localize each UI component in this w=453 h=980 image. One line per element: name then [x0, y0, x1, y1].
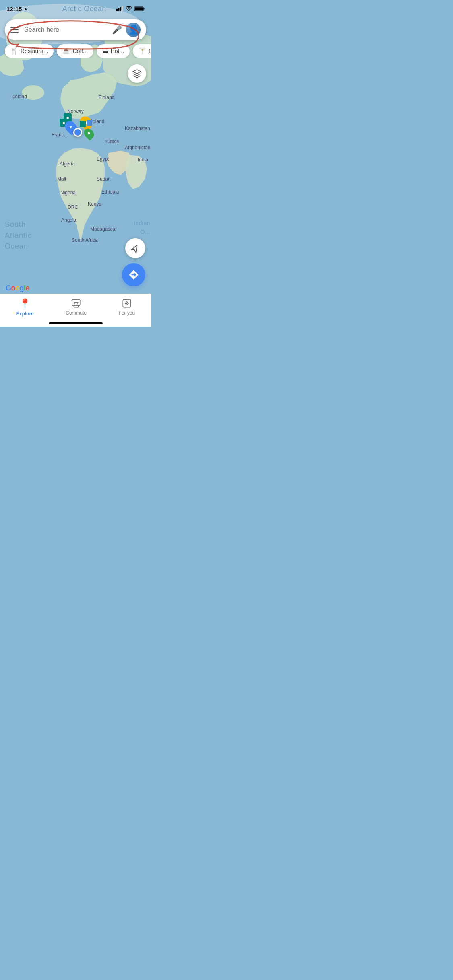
navigate-icon — [131, 244, 140, 253]
svg-rect-1 — [118, 8, 120, 11]
svg-rect-2 — [120, 7, 121, 11]
svg-rect-6 — [135, 7, 143, 10]
tab-explore[interactable]: 📍 Explore — [16, 298, 34, 317]
layers-icon — [132, 69, 142, 78]
google-logo: Google — [6, 284, 29, 292]
status-icons — [116, 6, 145, 11]
search-input[interactable] — [24, 26, 109, 33]
svg-rect-0 — [116, 9, 118, 11]
directions-fab[interactable] — [122, 263, 145, 286]
avatar[interactable]: 👤 — [126, 23, 141, 37]
battery-icon — [134, 6, 145, 11]
pin-current-location-dot — [73, 128, 82, 137]
wifi-icon — [126, 6, 132, 11]
svg-rect-5 — [144, 8, 145, 10]
pin-teal-icon-3 — [80, 121, 86, 127]
pin-current-location[interactable] — [73, 128, 82, 137]
svg-rect-12 — [74, 305, 79, 307]
pin-teal-3[interactable] — [80, 121, 86, 127]
pill-bars[interactable]: 🍸 B... — [133, 44, 151, 58]
for-you-icon — [122, 298, 132, 309]
pill-coffee-label: Coff... — [72, 48, 87, 54]
bottom-tab-bar: 📍 Explore Commute For you — [0, 294, 151, 327]
clock: 12:15 — [6, 6, 22, 12]
tab-commute-label: Commute — [66, 310, 87, 316]
pill-bar-label: B... — [149, 48, 151, 54]
svg-point-10 — [22, 85, 44, 100]
bar-icon: 🍸 — [139, 47, 146, 55]
svg-point-14 — [74, 303, 75, 304]
menu-icon[interactable] — [10, 27, 19, 33]
pin-small-1[interactable] — [87, 120, 92, 126]
search-bar[interactable]: 🎤 👤 — [5, 19, 146, 40]
tab-for-you[interactable]: For you — [119, 298, 135, 316]
indian-ocean-label: IndianO... — [134, 219, 150, 236]
pill-hotel-label: Hot... — [111, 48, 124, 54]
pill-coffee[interactable]: ☕ Coff... — [57, 44, 93, 58]
status-time: 12:15 ▲ — [6, 6, 28, 12]
south-atlantic-ocean-label: SouthAtlanticOcean — [5, 219, 32, 252]
svg-point-17 — [126, 303, 127, 304]
svg-rect-3 — [122, 6, 123, 11]
navigate-button[interactable] — [125, 238, 145, 258]
restaurant-icon: 🍴 — [10, 47, 18, 55]
signal-icon — [116, 6, 123, 11]
directions-icon — [128, 269, 139, 280]
home-indicator — [49, 322, 103, 324]
category-pills: 🍴 Restaura... ☕ Coff... 🛏 Hot... 🍸 B... — [0, 44, 151, 58]
coffee-icon: ☕ — [62, 47, 70, 55]
pin-small-icon-1 — [87, 120, 92, 126]
commute-icon — [71, 298, 81, 309]
pill-restaurant-label: Restaura... — [21, 48, 48, 54]
tab-explore-label: Explore — [16, 311, 34, 317]
explore-icon: 📍 — [19, 298, 31, 309]
pin-green-flag[interactable]: ⚑ — [85, 128, 93, 139]
microphone-icon[interactable]: 🎤 — [112, 25, 122, 35]
pill-restaurants[interactable]: 🍴 Restaura... — [5, 44, 54, 58]
location-indicator-icon: ▲ — [23, 6, 28, 11]
layers-button[interactable] — [128, 64, 146, 83]
svg-point-15 — [77, 303, 78, 304]
hotel-icon: 🛏 — [102, 48, 108, 55]
pill-hotels[interactable]: 🛏 Hot... — [97, 44, 130, 58]
status-bar: 12:15 ▲ — [0, 0, 151, 18]
tab-for-you-label: For you — [119, 310, 135, 316]
tab-commute[interactable]: Commute — [66, 298, 87, 316]
